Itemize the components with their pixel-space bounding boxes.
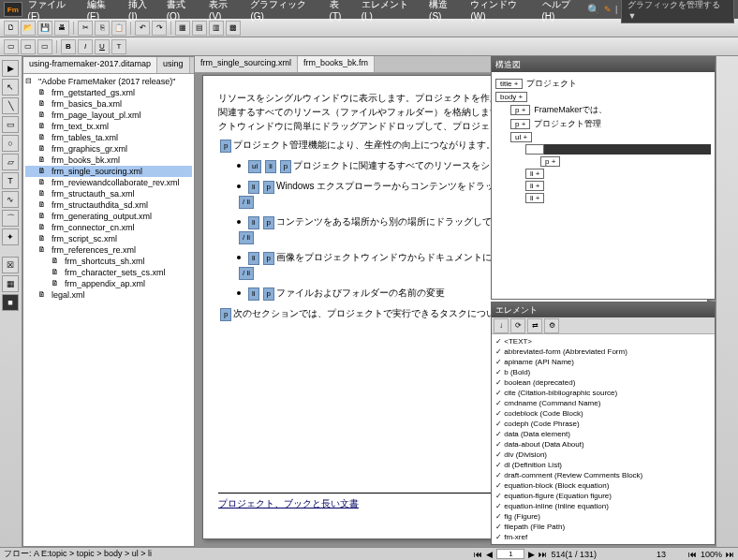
tool-text-icon[interactable]: T bbox=[111, 39, 126, 54]
structure-tree[interactable]: title +プロジェクトbody +p +FrameMakerでは、p +プロ… bbox=[492, 72, 715, 299]
menu-graphic[interactable]: グラフィック(G) bbox=[246, 0, 321, 23]
page-last-icon[interactable]: ⏭ bbox=[539, 550, 547, 559]
element-list-item[interactable]: apiname (API Name) bbox=[494, 357, 713, 367]
structure-node[interactable]: ul + bbox=[510, 132, 711, 142]
element-list-item[interactable]: filepath (File Path) bbox=[494, 522, 713, 532]
element-list-item[interactable]: draft-comment (Review Comments Block) bbox=[494, 470, 713, 480]
tag-li[interactable]: / li bbox=[239, 196, 254, 209]
structure-node[interactable]: li + bbox=[525, 144, 711, 155]
tool-bold-icon[interactable]: B bbox=[61, 39, 76, 54]
tag-p[interactable]: p bbox=[263, 252, 274, 265]
tree-item[interactable]: 🗎frm_reviewandcollaborate_rev.xml bbox=[25, 177, 192, 188]
tool-generic-icon[interactable]: ▭ bbox=[37, 39, 52, 54]
tag-li[interactable]: li bbox=[265, 160, 276, 173]
tree-item[interactable]: 🗎frm_page_layout_pl.xml bbox=[25, 110, 192, 121]
tool-generic-icon[interactable]: ▥ bbox=[209, 21, 224, 36]
fill-pattern-icon[interactable]: ▦ bbox=[2, 275, 19, 292]
tree-item[interactable]: 🗎frm_references_re.xml bbox=[25, 244, 192, 256]
search-icon[interactable]: 🔍 bbox=[587, 4, 600, 16]
menu-window[interactable]: ウィンドウ(W) bbox=[466, 0, 534, 23]
tool-save-icon[interactable]: 💾 bbox=[37, 21, 52, 36]
elem-change-icon[interactable]: ⇄ bbox=[527, 318, 542, 333]
page-current-input[interactable] bbox=[496, 549, 524, 559]
element-list-item[interactable]: codeblock (Code Block) bbox=[494, 408, 713, 419]
tree-item[interactable]: 🗎frm_text_tx.xml bbox=[25, 121, 192, 132]
tree-item[interactable]: 🗎frm_tables_ta.xml bbox=[25, 132, 192, 143]
tool-generic-icon[interactable]: ▦ bbox=[175, 21, 190, 36]
elem-insert-icon[interactable]: ↓ bbox=[494, 318, 509, 333]
tree-item[interactable]: 🗎frm_graphics_gr.xml bbox=[25, 143, 192, 155]
zoom-out-icon[interactable]: ⏮ bbox=[688, 550, 697, 559]
element-list-item[interactable]: equation-figure (Equation figure) bbox=[494, 491, 713, 501]
structure-node[interactable]: li + bbox=[525, 193, 711, 203]
element-list-item[interactable]: data (Data element) bbox=[494, 429, 713, 439]
element-list-item[interactable]: dl (Definition List) bbox=[494, 460, 713, 470]
tool-paste-icon[interactable]: 📋 bbox=[111, 21, 126, 36]
tree-item[interactable]: 🗎frm_basics_ba.xml bbox=[25, 98, 192, 110]
tool-underline-icon[interactable]: U bbox=[95, 39, 110, 54]
element-list-item[interactable]: equation-inline (Inline equation) bbox=[494, 501, 713, 511]
tool-generic-icon[interactable]: ▭ bbox=[21, 39, 36, 54]
page-first-icon[interactable]: ⏮ bbox=[474, 550, 482, 559]
zoom-in-icon[interactable]: ⏭ bbox=[726, 550, 734, 559]
arc-tool-icon[interactable]: ⌒ bbox=[2, 210, 19, 227]
tool-italic-icon[interactable]: I bbox=[78, 39, 93, 54]
tree-item[interactable]: 🗎frm_script_sc.xml bbox=[25, 233, 192, 244]
element-list-item[interactable]: fig (Figure) bbox=[494, 511, 713, 522]
menu-structure[interactable]: 構造(S) bbox=[425, 0, 463, 23]
graphics-manager-dropdown[interactable]: グラフィックを管理する ▼ bbox=[621, 0, 734, 23]
element-list-item[interactable]: cite (Citation-bibliographic source) bbox=[494, 388, 713, 398]
structure-node[interactable]: li + bbox=[525, 181, 711, 191]
zoom-level[interactable]: 100% bbox=[701, 550, 722, 559]
elements-list[interactable]: <TEXT>abbreviated-form (Abbreviated Form… bbox=[492, 334, 715, 544]
tree-item[interactable]: 🗎frm_structauthdita_sd.xml bbox=[25, 199, 192, 211]
tag-li[interactable]: / li bbox=[239, 231, 254, 244]
tree-item[interactable]: 🗎frm_books_bk.xml bbox=[25, 155, 192, 166]
structure-panel-title[interactable]: 構造図 bbox=[492, 57, 715, 72]
tag-ul[interactable]: ul bbox=[248, 160, 261, 173]
elem-options-icon[interactable]: ⚙ bbox=[544, 318, 559, 333]
elem-wrap-icon[interactable]: ⟳ bbox=[510, 318, 525, 333]
tool-generic-icon[interactable]: ▤ bbox=[192, 21, 207, 36]
tool-open-icon[interactable]: 📂 bbox=[21, 21, 36, 36]
page-prev-icon[interactable]: ◀ bbox=[486, 550, 493, 559]
tag-li[interactable]: li bbox=[248, 181, 259, 194]
structure-node[interactable]: body + bbox=[495, 92, 711, 102]
tag-p[interactable]: p bbox=[263, 181, 274, 194]
menu-table[interactable]: 表(T) bbox=[326, 0, 354, 23]
rect-tool-icon[interactable]: ▭ bbox=[2, 116, 19, 133]
pointer-tool-icon[interactable]: ↖ bbox=[2, 79, 19, 96]
fill-solid-icon[interactable]: ■ bbox=[2, 294, 19, 311]
oval-tool-icon[interactable]: ○ bbox=[2, 135, 19, 152]
edit-icon[interactable]: ✎ bbox=[604, 5, 612, 14]
element-list-item[interactable]: cmdname (Command Name) bbox=[494, 398, 713, 408]
line-tool-icon[interactable]: ╲ bbox=[2, 97, 19, 114]
tree-item[interactable]: 🗎legal.xml bbox=[25, 289, 192, 301]
tool-icon[interactable]: ✦ bbox=[2, 228, 19, 245]
tree-tab-2[interactable]: using bbox=[157, 57, 190, 73]
tag-p[interactable]: p bbox=[220, 140, 231, 153]
element-list-item[interactable]: equation-block (Block equation) bbox=[494, 480, 713, 491]
structure-node[interactable]: p +プロジェクト管理 bbox=[510, 118, 711, 130]
doc-tab-2[interactable]: frm_books_bk.fm bbox=[298, 56, 375, 72]
tree-item[interactable]: 🗎frm_appendix_ap.xml bbox=[25, 278, 192, 289]
tool-undo-icon[interactable]: ↶ bbox=[135, 21, 150, 36]
element-list-item[interactable]: abbreviated-form (Abbreviated Form) bbox=[494, 346, 713, 357]
element-list-item[interactable]: fm-xref bbox=[494, 532, 713, 542]
element-list-item[interactable]: <TEXT> bbox=[494, 336, 713, 346]
tree-item[interactable]: 🗎frm_getstarted_gs.xml bbox=[25, 87, 192, 98]
element-list-item[interactable]: data-about (Data About) bbox=[494, 439, 713, 449]
tree-item[interactable]: 🗎frm_single_sourcing.xml bbox=[25, 166, 192, 177]
menu-element[interactable]: エレメント(L) bbox=[358, 0, 421, 23]
element-list-item[interactable]: boolean (deprecated) bbox=[494, 377, 713, 388]
tree-item[interactable]: 🗎frm_structauth_sa.xml bbox=[25, 188, 192, 199]
elements-panel-title[interactable]: エレメント bbox=[492, 302, 715, 317]
menu-help[interactable]: ヘルプ(H) bbox=[539, 0, 586, 23]
tree-body[interactable]: ⊟"Adobe FrameMaker (2017 release)" 🗎frm_… bbox=[23, 74, 194, 546]
tag-p[interactable]: p bbox=[280, 160, 291, 173]
selection-tool-icon[interactable]: ▶ bbox=[2, 60, 19, 77]
fill-none-icon[interactable]: ☒ bbox=[2, 257, 19, 273]
tool-copy-icon[interactable]: ⎘ bbox=[95, 21, 110, 36]
element-list-item[interactable]: codeph (Code Phrase) bbox=[494, 419, 713, 429]
element-list-item[interactable]: div (Division) bbox=[494, 449, 713, 460]
